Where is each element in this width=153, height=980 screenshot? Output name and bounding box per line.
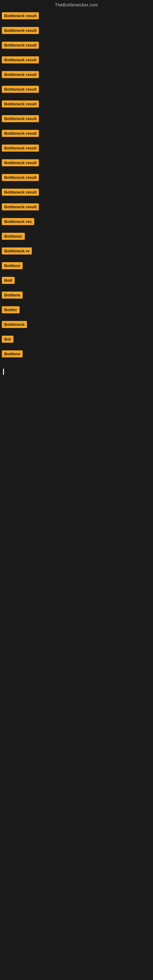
card-row-16: Bottlenec xyxy=(0,229,153,243)
card-row-9: Bottleneck result xyxy=(0,126,153,140)
card-row-11: Bottleneck result xyxy=(0,156,153,170)
bottleneck-card-24[interactable]: Bottlene xyxy=(2,350,22,357)
bottleneck-card-9[interactable]: Bottleneck result xyxy=(2,130,39,137)
bottleneck-card-15[interactable]: Bottleneck res xyxy=(2,218,34,225)
card-row-15: Bottleneck res xyxy=(0,215,153,229)
card-row-7: Bottleneck result xyxy=(0,97,153,111)
card-row-18: Bottlene xyxy=(0,258,153,272)
bottleneck-card-4[interactable]: Bottleneck result xyxy=(2,56,39,64)
bottleneck-card-5[interactable]: Bottleneck result xyxy=(2,71,39,78)
bottleneck-card-6[interactable]: Bottleneck result xyxy=(2,86,39,93)
card-row-19: Bott xyxy=(0,273,153,287)
bottleneck-card-13[interactable]: Bottleneck result xyxy=(2,189,39,196)
card-row-3: Bottleneck result xyxy=(0,38,153,52)
cards-container: Bottleneck resultBottleneck resultBottle… xyxy=(0,9,153,361)
bottleneck-card-3[interactable]: Bottleneck result xyxy=(2,41,39,49)
card-row-6: Bottleneck result xyxy=(0,82,153,96)
bottleneck-card-14[interactable]: Bottleneck result xyxy=(2,204,39,210)
bottleneck-card-10[interactable]: Bottleneck result xyxy=(2,145,39,151)
bottleneck-card-12[interactable]: Bottleneck result xyxy=(2,174,39,181)
bottleneck-card-22[interactable]: Bottleneck xyxy=(2,321,27,328)
card-row-21: Bottler xyxy=(0,302,153,317)
bottleneck-card-11[interactable]: Bottleneck result xyxy=(2,159,39,166)
card-row-8: Bottleneck result xyxy=(0,111,153,126)
card-row-4: Bottleneck result xyxy=(0,52,153,67)
card-row-14: Bottleneck result xyxy=(0,200,153,214)
card-row-20: Bottlene xyxy=(0,288,153,302)
bottleneck-card-17[interactable]: Bottleneck re xyxy=(2,247,32,255)
card-row-13: Bottleneck result xyxy=(0,185,153,199)
bottleneck-card-21[interactable]: Bottler xyxy=(2,306,19,313)
bottleneck-card-8[interactable]: Bottleneck result xyxy=(2,115,39,122)
bottleneck-card-18[interactable]: Bottlene xyxy=(2,262,22,269)
card-row-23: Bot xyxy=(0,332,153,346)
card-row-12: Bottleneck result xyxy=(0,170,153,185)
card-row-22: Bottleneck xyxy=(0,317,153,331)
card-row-24: Bottlene xyxy=(0,347,153,361)
bottleneck-card-19[interactable]: Bott xyxy=(2,277,15,284)
cursor-indicator xyxy=(3,369,4,375)
site-title: TheBottlenecker.com xyxy=(0,0,153,9)
card-row-10: Bottleneck result xyxy=(0,141,153,155)
card-row-17: Bottleneck re xyxy=(0,244,153,258)
bottleneck-card-2[interactable]: Bottleneck result xyxy=(2,27,39,34)
card-row-1: Bottleneck result xyxy=(0,9,153,23)
bottleneck-card-1[interactable]: Bottleneck result xyxy=(2,12,39,19)
bottleneck-card-16[interactable]: Bottlenec xyxy=(2,233,25,240)
bottleneck-card-23[interactable]: Bot xyxy=(2,336,13,343)
bottleneck-card-7[interactable]: Bottleneck result xyxy=(2,100,39,108)
bottleneck-card-20[interactable]: Bottlene xyxy=(2,291,22,299)
card-row-2: Bottleneck result xyxy=(0,23,153,37)
card-row-5: Bottleneck result xyxy=(0,67,153,81)
